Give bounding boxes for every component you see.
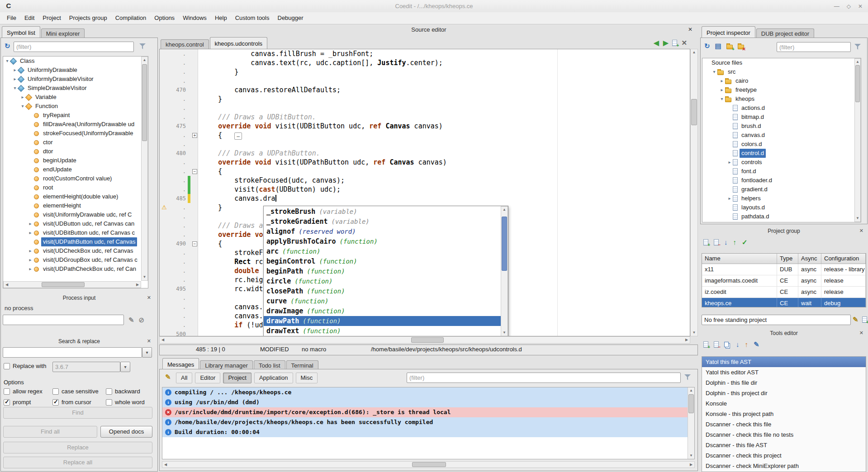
find-all-button[interactable]: Find all: [3, 426, 97, 438]
editor-tab-kheops-udcontrols[interactable]: kheops.udcontrols: [210, 37, 268, 50]
symbol-strokefocused-uniformlydrawable[interactable]: strokeFocused(UniformlyDrawable: [3, 129, 148, 138]
file-controls[interactable]: ▸controls: [702, 158, 861, 167]
scroll-down-icon[interactable]: ▼: [855, 215, 860, 222]
remove-file-icon[interactable]: ✕: [738, 45, 744, 49]
menu-help[interactable]: Help: [211, 12, 231, 24]
option-allow-regex[interactable]: allow regex: [4, 388, 52, 395]
scrollbar-thumb[interactable]: [855, 65, 860, 102]
scroll-up-icon[interactable]: ▲: [142, 57, 147, 63]
code-line[interactable]: .: [160, 140, 690, 149]
from-cursor-checkbox[interactable]: [52, 399, 59, 406]
file-layouts-d[interactable]: layouts.d: [702, 203, 861, 212]
scroll-left-icon[interactable]: ◀: [160, 337, 166, 343]
filter-editor-button[interactable]: Editor: [195, 373, 220, 383]
tool-item-konsole[interactable]: Konsole: [702, 398, 866, 409]
messages-hscrollbar[interactable]: ◀ ▶: [162, 461, 695, 468]
tool-item-konsole-this-project-path[interactable]: Konsole - this project path: [702, 409, 866, 419]
symbol-visit-udcheckbox-udc-ref-canvas[interactable]: ▸visit(UDCheckBox udc, ref Canvas: [3, 246, 148, 255]
case-sensitive-checkbox[interactable]: [52, 388, 59, 395]
file-bitmap-d[interactable]: bitmap.d: [702, 113, 861, 122]
filter-misc-button[interactable]: Misc: [296, 373, 318, 383]
column-header-name[interactable]: Name: [702, 254, 777, 264]
filter-application-button[interactable]: Application: [254, 373, 293, 383]
prompt-checkbox[interactable]: [4, 399, 10, 406]
files-filter-input[interactable]: [777, 42, 851, 52]
code-line[interactable]: 470 canvas.restoreAllDefaults;: [160, 85, 690, 94]
add-project-icon[interactable]: +: [703, 239, 708, 245]
symbols-filter-input[interactable]: [14, 42, 134, 52]
edit-tool-icon[interactable]: ✎: [754, 341, 759, 348]
completion-scrollbar[interactable]: ▲ ▼: [501, 206, 508, 336]
fold-toggle-icon[interactable]: −: [192, 241, 197, 246]
close-editor-panel-icon[interactable]: ✕: [688, 26, 693, 33]
file-kheops[interactable]: ▾kheops: [702, 94, 861, 104]
collapse-all-icon[interactable]: ▤: [715, 42, 721, 50]
add-file-icon[interactable]: +: [726, 45, 733, 49]
menu-debugger[interactable]: Debugger: [274, 12, 308, 24]
project-row-imageformats-coedit[interactable]: imageformats.coeditCEasyncrelease: [702, 275, 866, 287]
option-whole-word[interactable]: whole word: [106, 399, 156, 406]
completion-item-beginpath[interactable]: beginPath(function): [264, 266, 501, 276]
add-free-project-icon[interactable]: +: [862, 316, 867, 323]
code-line[interactable]: .+ { …: [160, 131, 690, 140]
code-line[interactable]: . override void visit(UDPathButton udc, …: [160, 158, 690, 167]
symbol-visit-udpathbutton-udc-ref-canvas[interactable]: visit(UDPathButton udc, ref Canvas: [3, 237, 148, 246]
messages-vscrollbar[interactable]: ▲ ▼: [688, 387, 694, 459]
messages-filter-icon[interactable]: [684, 374, 691, 380]
scrollbar-thumb[interactable]: [411, 337, 444, 343]
symbol-visit-udbutton-udc-ref-canvas-can[interactable]: ▸visit(UDButton udc, ref Canvas can: [3, 219, 148, 228]
file-font-d[interactable]: font.d: [702, 167, 861, 176]
scrollbar-thumb[interactable]: [412, 462, 446, 467]
next-document-icon[interactable]: ▶: [663, 39, 669, 47]
scrollbar-thumb[interactable]: [42, 282, 85, 287]
scroll-down-icon[interactable]: ▼: [691, 330, 697, 336]
scroll-right-icon[interactable]: ▶: [688, 462, 694, 467]
symbol-elementheight-double-value[interactable]: elementHeight(double value): [3, 192, 148, 201]
column-header-async[interactable]: Async: [798, 254, 821, 264]
expander-icon[interactable]: ▾: [711, 67, 717, 76]
file-freetype[interactable]: ▸freetype: [702, 85, 861, 94]
symbol-variable[interactable]: ▸Variable: [3, 93, 148, 102]
project-row-iz-coedit[interactable]: iz.coeditCEasyncrelease: [702, 287, 866, 298]
file-pathdata-d[interactable]: pathdata.d: [702, 212, 861, 221]
code-line[interactable]: 475 override void visit(UDBitButton udc,…: [160, 122, 690, 131]
close-document-icon[interactable]: ✕: [681, 39, 687, 47]
file-canvas-d[interactable]: canvas.d: [702, 131, 861, 140]
menu-edit[interactable]: Edit: [20, 12, 38, 24]
message-row[interactable]: ✕/usr/include/dmd/druntime/import/core/e…: [162, 407, 694, 417]
expander-icon[interactable]: ▸: [27, 219, 33, 228]
left-tab-symbol-list[interactable]: Symbol list: [2, 26, 40, 39]
file-helpers[interactable]: ▸helpers: [702, 194, 861, 203]
symbol-visit-udgroupbox-udc-ref-canvas-c[interactable]: ▸visit(UDGroupBox udc, ref Canvas c: [3, 255, 148, 264]
tool-item-dscanner-this-file-ast[interactable]: Dscanner - this file AST: [702, 440, 866, 450]
replace-button[interactable]: Replace: [3, 442, 152, 453]
menu-windows[interactable]: Windows: [179, 12, 211, 24]
symbol-visit-udpathcheckbox-udc-ref-can[interactable]: ▸visit(UDPathCheckBox udc, ref Can: [3, 264, 148, 274]
column-header-configuration[interactable]: Configuration: [821, 254, 866, 264]
async-mode-icon[interactable]: ✓: [742, 239, 748, 246]
scroll-right-icon[interactable]: ▶: [683, 337, 690, 343]
menu-options[interactable]: Options: [150, 12, 179, 24]
code-line[interactable]: 480 /// Draws a UDPathButton.: [160, 149, 690, 158]
scroll-down-icon[interactable]: ▼: [142, 274, 147, 280]
code-line[interactable]: .: [160, 76, 690, 85]
symbol-visit-udbitbutton-udc-ref-canvas-c[interactable]: ▸visit(UDBitButton udc, ref Canvas c: [3, 228, 148, 237]
files-tree-vscrollbar[interactable]: ▲ ▼: [854, 58, 861, 222]
symbol-root-customcontrol-value[interactable]: root(CustomControl value): [3, 174, 148, 183]
symbol-elementheight[interactable]: elementHeight: [3, 201, 148, 210]
message-row[interactable]: iBuild duration: 00:00:04: [162, 427, 694, 437]
completion-item-strokegradient[interactable]: _strokeGradient(variable): [264, 217, 501, 227]
project-row-x11[interactable]: x11DUBasyncrelease - library: [702, 264, 866, 275]
code-line[interactable]: . /// Draws a UDBitButton.: [160, 113, 690, 122]
scroll-up-icon[interactable]: ▲: [501, 207, 508, 213]
tool-item-yatol-this-editor-ast[interactable]: Yatol this editor AST: [702, 367, 866, 378]
filter-project-button[interactable]: Project: [223, 373, 251, 383]
symbol-beginupdate[interactable]: beginUpdate: [3, 156, 148, 165]
refresh-files-icon[interactable]: ↻: [704, 42, 710, 50]
kill-process-icon[interactable]: ⊘: [139, 316, 145, 324]
menu-compilation[interactable]: Compilation: [111, 12, 151, 24]
expander-icon[interactable]: ▸: [27, 246, 33, 255]
minimize-icon[interactable]: —: [834, 3, 840, 9]
tool-item-dscanner-check-this-project[interactable]: Dscanner - check this project: [702, 450, 866, 461]
completion-item-arc[interactable]: arc(function): [264, 246, 501, 256]
